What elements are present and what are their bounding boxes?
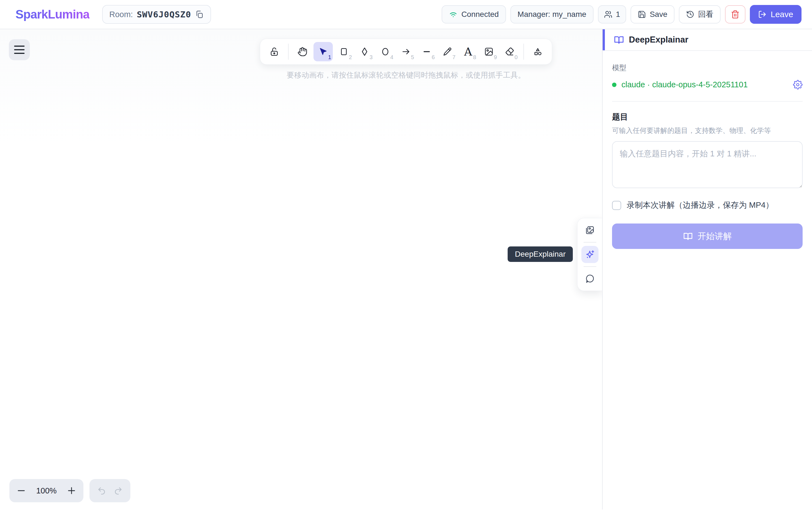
history-icon — [686, 10, 694, 19]
book-open-icon — [683, 231, 693, 241]
model-status-dot — [612, 83, 616, 87]
book-open-icon — [614, 34, 624, 45]
tool-diamond[interactable]: 3 — [355, 42, 374, 61]
connection-status-chip: Connected — [442, 5, 506, 24]
panel-title: DeepExplainar — [629, 35, 688, 45]
logout-icon — [758, 10, 766, 19]
copy-icon — [195, 10, 204, 19]
leave-label: Leave — [771, 10, 793, 19]
app-logo: SparkLumina — [16, 7, 89, 21]
connection-status-text: Connected — [461, 10, 498, 19]
topic-hint-text: 可输入任何要讲解的题目，支持数学、物理、化学等 — [612, 126, 803, 135]
tool-select[interactable]: 1 — [314, 42, 333, 61]
leave-button[interactable]: Leave — [750, 5, 802, 24]
panel-accent-bar — [603, 29, 605, 50]
side-tools-divider — [584, 242, 596, 243]
shapes-icon — [533, 47, 543, 57]
chat-button[interactable] — [581, 270, 599, 287]
topbar-actions: Connected Manager: my_name 1 — [442, 5, 802, 24]
panel-body: 模型 claude · claude-opus-4-5-20251101 题目 … — [603, 51, 812, 249]
save-icon — [638, 10, 646, 19]
image-icon — [484, 47, 494, 57]
tool-lock[interactable] — [265, 42, 284, 61]
tool-ellipse[interactable]: 4 — [376, 42, 395, 61]
model-name: claude · claude-opus-4-5-20251101 — [621, 80, 748, 89]
toolbar-divider — [523, 44, 524, 60]
history-controls — [89, 479, 130, 502]
pencil-icon — [442, 47, 453, 57]
room-label: Room: — [109, 10, 133, 19]
record-checkbox[interactable] — [612, 201, 621, 210]
chat-bubble-icon — [585, 274, 595, 284]
room-code: SWV6J0QSZ0 — [137, 9, 191, 19]
participants-chip: 1 — [598, 5, 627, 24]
participants-count: 1 — [616, 10, 620, 19]
deepexplainar-panel: DeepExplainar 模型 claude · claude-opus-4-… — [602, 29, 812, 509]
tool-draw[interactable]: 7 — [438, 42, 457, 61]
replay-label: 回看 — [698, 9, 714, 20]
room-chip: Room: SWV6J0QSZ0 — [102, 5, 211, 24]
zoom-in-button[interactable] — [66, 485, 77, 496]
tool-hand[interactable] — [293, 42, 312, 61]
top-bar: SparkLumina Room: SWV6J0QSZ0 Connected — [0, 0, 812, 29]
start-explain-button[interactable]: 开始讲解 — [612, 224, 803, 249]
tool-line[interactable]: 6 — [417, 42, 436, 61]
whiteboard-canvas[interactable]: 1 2 3 — [0, 29, 602, 509]
clear-canvas-button[interactable] — [725, 5, 746, 24]
topic-section-label: 题目 — [612, 112, 803, 123]
tool-eraser[interactable]: 0 — [500, 42, 519, 61]
ellipse-icon — [380, 47, 390, 57]
gear-icon — [793, 80, 803, 89]
drawing-toolbar: 1 2 3 — [260, 39, 552, 65]
save-button[interactable]: Save — [631, 5, 674, 24]
tool-shapes[interactable] — [528, 42, 547, 61]
side-tools-panel — [577, 218, 602, 291]
manager-chip: Manager: my_name — [511, 5, 593, 24]
diamond-icon — [359, 47, 370, 57]
hand-icon — [297, 47, 308, 57]
cursor-icon — [318, 47, 328, 56]
line-icon — [422, 47, 432, 57]
tool-rectangle[interactable]: 2 — [334, 42, 353, 61]
trash-icon — [731, 10, 740, 19]
model-row: claude · claude-opus-4-5-20251101 — [612, 80, 803, 89]
main-area: 1 2 3 — [0, 29, 812, 509]
gallery-button[interactable] — [581, 222, 599, 239]
copy-room-code-button[interactable] — [195, 10, 204, 19]
save-label: Save — [649, 10, 667, 19]
arrow-right-icon — [401, 47, 411, 57]
redo-button[interactable] — [114, 486, 123, 495]
manager-text: Manager: my_name — [518, 10, 586, 19]
canvas-hint-text: 要移动画布，请按住鼠标滚轮或空格键同时拖拽鼠标，或使用抓手工具。 — [287, 70, 525, 80]
wifi-icon — [449, 10, 458, 19]
model-section-label: 模型 — [612, 63, 803, 73]
text-tool-icon: A — [464, 46, 472, 57]
tool-arrow[interactable]: 5 — [396, 42, 416, 61]
eraser-icon — [504, 47, 515, 57]
zoom-level: 100% — [36, 486, 57, 495]
undo-button[interactable] — [97, 486, 106, 495]
zoom-controls: 100% — [9, 479, 83, 502]
replay-button[interactable]: 回看 — [679, 5, 721, 24]
users-icon — [604, 10, 612, 19]
side-tools-divider — [584, 266, 596, 267]
deepexplainar-tooltip: DeepExplainar — [508, 247, 573, 262]
menu-button[interactable] — [9, 39, 30, 60]
topic-input[interactable] — [612, 141, 803, 188]
toolbar-divider — [288, 44, 289, 60]
record-label: 录制本次讲解（边播边录，保存为 MP4） — [627, 200, 774, 211]
deepexplainar-button[interactable] — [581, 246, 599, 263]
rectangle-icon — [339, 47, 349, 57]
sparkles-icon — [585, 249, 595, 260]
record-option-row[interactable]: 录制本次讲解（边播边录，保存为 MP4） — [612, 200, 803, 211]
zoom-out-button[interactable] — [16, 485, 27, 496]
tool-text[interactable]: A 8 — [459, 42, 478, 61]
panel-header: DeepExplainar — [603, 29, 812, 51]
lock-open-icon — [269, 47, 279, 57]
section-divider — [612, 101, 803, 102]
model-settings-button[interactable] — [793, 80, 803, 89]
images-icon — [585, 225, 595, 235]
start-explain-label: 开始讲解 — [698, 230, 732, 242]
tool-image[interactable]: 9 — [479, 42, 498, 61]
